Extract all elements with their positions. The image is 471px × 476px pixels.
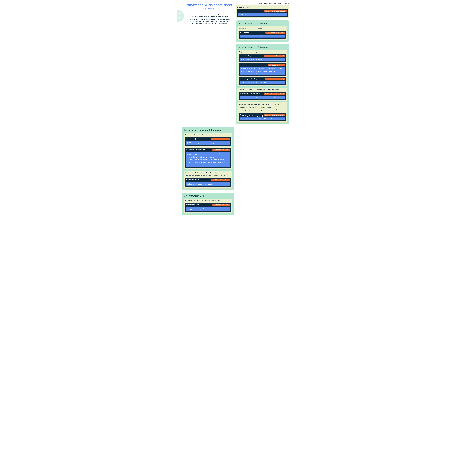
- scope-chip: closest ViewModelStoreOwner: [211, 138, 230, 140]
- card-fragment-nav: Fragment + Navigation - navigation.navig…: [237, 88, 287, 101]
- byline: v1.0 by @AndroidDev: [187, 7, 233, 9]
- card-note: When using Hilt and Navigation together,…: [239, 106, 286, 112]
- template-api-block: ViewModel API Scope of the returned View…: [237, 9, 288, 17]
- scope-chip: any ViewModelStoreOwner: [268, 64, 285, 66]
- template-lib-header: Library - artifact: [237, 6, 288, 8]
- api-name: by viewModels(ownerProducer): [240, 64, 261, 66]
- api-name: by viewModels(): [240, 32, 251, 33]
- code-example: val vm: MyViewModel by viewModels(): [240, 58, 285, 61]
- section-title-fragment: Get an instance in a Fragment: [238, 46, 287, 48]
- scope-chip: any ViewModelStoreOwner: [212, 149, 230, 151]
- scope-chip: any ViewModelStoreOwner: [212, 204, 230, 206]
- api-name: by navGraphViewModels(graphId): [240, 93, 262, 95]
- api-name: by viewModels(): [240, 55, 251, 57]
- api-name: = viewModel(): [186, 138, 196, 140]
- card-activity: Activity - activity.activity-ktx by view…: [237, 26, 287, 40]
- card-note: When using Hilt and Navigation together,…: [185, 175, 230, 177]
- section-fragment: Get an instance in a Fragment Fragment -…: [236, 44, 289, 124]
- section-core: Core ViewModel API ViewModel - lifecycle…: [182, 193, 234, 215]
- api-name: by activityViewModels(): [240, 78, 257, 80]
- template-note: The APIs and artifacts listed in this pa…: [236, 3, 289, 4]
- api-name: = viewModel(vmStoreOwner): [186, 149, 205, 151]
- api-name: = hiltViewModel(): [186, 179, 199, 181]
- page-title: ViewModel APIs cheat sheet: [187, 3, 233, 7]
- code-example: val vm: SharedViewModel by hiltNavGraphV…: [240, 118, 285, 120]
- code-example: val vm = ViewModelProvider(anyViewModelS…: [186, 207, 230, 211]
- code-example: @Composable fun MyScreen(vm: ViewModel =…: [186, 141, 230, 146]
- scope-chip: Activity (ViewModelStoreOwner): [265, 78, 285, 80]
- section-compose: Get an instance in Jetpack Compose Compo…: [182, 127, 234, 190]
- template-scope-chip: Scope of the returned ViewModel instance: [263, 10, 287, 12]
- template-legend: The APIs and artifacts listed in this pa…: [236, 3, 289, 18]
- section-activity: Get an instance in an Activity Activity …: [236, 20, 289, 42]
- card-compose-nav-hilt: Compose + Navigation + Hilt - hilt.hilt-…: [184, 171, 232, 188]
- code-example: val vm: MyViewModel by viewModels(): [240, 34, 285, 37]
- scope-chip: NavGraph (ViewModelStoreOwner): [264, 114, 285, 116]
- docs-link[interactable]: goo.gle/architecture-viewmodel: [200, 28, 220, 30]
- section-title-compose: Get an instance in Jetpack Compose: [184, 129, 232, 131]
- code-example: val vm: SharedViewModel by activityViewM…: [240, 81, 285, 84]
- template-api-name: ViewModel API: [238, 11, 248, 12]
- scope-chip: NavGraph (ViewModelStoreOwner): [264, 93, 285, 95]
- code-example: // Example of getting a ParentViewModel …: [186, 152, 230, 167]
- card-fragment-nav-hilt: Fragment + Navigation + Hilt - hilt.hilt…: [237, 102, 287, 123]
- hero: ViewModel APIs cheat sheet v1.0 by @Andr…: [182, 3, 234, 32]
- code-example: val vm: SharedViewModel by navGraphViewM…: [240, 96, 285, 99]
- card-fragment: Fragment - fragment.fragment-ktx by view…: [237, 50, 287, 86]
- code-example: // Example of getting a SharedViewModel …: [240, 67, 285, 75]
- intro-text: This cheat sheet lists the ViewModel API…: [189, 11, 231, 30]
- card-core: ViewModel - lifecycle:lifecycle-viewmode…: [184, 199, 232, 213]
- scope-chip: closest ViewModelStoreOwner: [211, 179, 230, 181]
- scope-chip: Activity (ViewModelStoreOwner): [265, 32, 285, 34]
- api-name: ViewModelProvider: [186, 204, 199, 205]
- code-example: @Composable fun MyScreen(vm: ViewModel =…: [186, 182, 230, 186]
- template-code: Example code: [238, 13, 287, 16]
- author-link[interactable]: @AndroidDev: [208, 7, 217, 9]
- section-title-core: Core ViewModel API: [184, 195, 232, 197]
- card-compose: Compose - lifecycle.lifecycle-viewmodel-…: [184, 133, 232, 169]
- section-title-activity: Get an instance in an Activity: [238, 22, 287, 25]
- android-icon: [177, 10, 184, 22]
- api-name: by hiltNavGraphViewModels(graphId): [240, 114, 263, 117]
- scope-chip: Fragment (ViewModelStoreOwner): [264, 55, 285, 57]
